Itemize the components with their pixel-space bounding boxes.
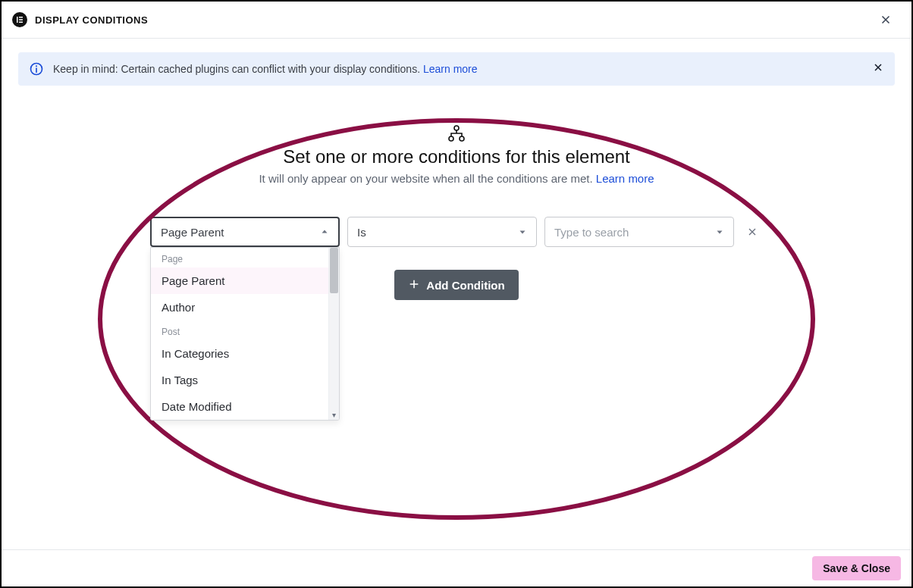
- search-placeholder: Type to search: [554, 226, 629, 239]
- chevron-down-icon: [518, 226, 527, 239]
- condition-value-search[interactable]: Type to search: [544, 217, 734, 247]
- dropdown-scrollbar[interactable]: ▾: [328, 248, 339, 420]
- add-condition-label: Add Condition: [426, 279, 504, 292]
- condition-operator-value: Is: [357, 226, 366, 239]
- chevron-down-icon: [715, 226, 724, 239]
- scrollbar-thumb[interactable]: [330, 248, 338, 293]
- svg-rect-3: [19, 22, 23, 23]
- remove-condition-button[interactable]: [742, 221, 763, 242]
- dropdown-item[interactable]: Page Parent: [151, 267, 328, 294]
- main-content: Set one or more conditions for this elem…: [2, 86, 911, 549]
- add-condition-button[interactable]: Add Condition: [394, 270, 518, 300]
- dropdown-group-label: Post: [151, 321, 328, 340]
- hierarchy-icon: [447, 125, 466, 142]
- svg-rect-1: [19, 17, 23, 18]
- dropdown-item[interactable]: In Tags: [151, 367, 328, 393]
- alert-text: Keep in mind: Certain cached plugins can…: [53, 63, 478, 75]
- close-modal-button[interactable]: [875, 9, 896, 30]
- dropdown-item[interactable]: Date Modified: [151, 393, 328, 420]
- modal-header: DISPLAY CONDITIONS: [2, 2, 911, 39]
- elementor-logo: [12, 12, 27, 27]
- scroll-down-icon[interactable]: ▾: [329, 409, 339, 420]
- svg-point-8: [454, 126, 459, 130]
- svg-point-10: [460, 136, 464, 141]
- condition-type-select[interactable]: Page Parent PagePage ParentAuthorPostIn …: [150, 217, 340, 247]
- svg-point-9: [449, 136, 453, 141]
- alert-message: Keep in mind: Certain cached plugins can…: [53, 63, 423, 75]
- condition-type-value: Page Parent: [161, 226, 224, 239]
- plus-icon: [408, 278, 420, 292]
- subtitle-text: It will only appear on your website when…: [259, 172, 595, 185]
- chevron-up-icon: [320, 226, 329, 239]
- info-alert: Keep in mind: Certain cached plugins can…: [18, 52, 895, 86]
- svg-rect-2: [19, 19, 23, 20]
- dropdown-item[interactable]: Author: [151, 294, 328, 321]
- subtitle-learn-more-link[interactable]: Learn more: [596, 172, 654, 185]
- dropdown-group-label: Page: [151, 248, 328, 267]
- page-title: Set one or more conditions for this elem…: [283, 146, 630, 167]
- condition-operator-select[interactable]: Is: [347, 217, 537, 247]
- page-subtitle: It will only appear on your website when…: [259, 172, 654, 185]
- condition-row: Page Parent PagePage ParentAuthorPostIn …: [150, 217, 763, 247]
- condition-type-dropdown: PagePage ParentAuthorPostIn CategoriesIn…: [150, 247, 340, 421]
- modal-title: DISPLAY CONDITIONS: [35, 14, 148, 26]
- info-icon: [29, 61, 44, 77]
- save-close-button[interactable]: Save & Close: [812, 556, 901, 580]
- alert-learn-more-link[interactable]: Learn more: [423, 63, 478, 75]
- modal-footer: Save & Close: [2, 549, 911, 586]
- alert-close-button[interactable]: [872, 61, 884, 77]
- svg-rect-0: [17, 17, 18, 23]
- dropdown-item[interactable]: In Categories: [151, 340, 328, 367]
